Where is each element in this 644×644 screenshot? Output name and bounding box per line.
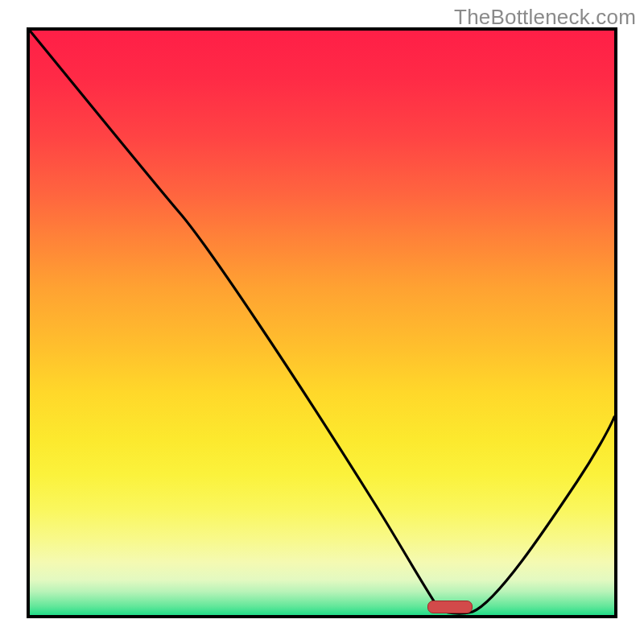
chart-container: TheBottleneck.com xyxy=(0,0,644,644)
plot-area xyxy=(27,27,617,618)
optimal-marker xyxy=(427,601,473,613)
bottleneck-curve xyxy=(30,31,614,615)
watermark-text: TheBottleneck.com xyxy=(454,5,636,30)
curve-path xyxy=(30,31,614,613)
